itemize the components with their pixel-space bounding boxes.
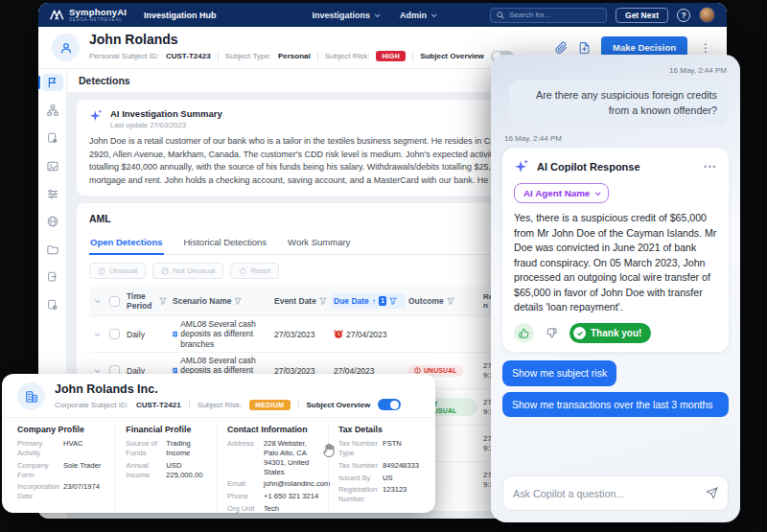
section-title: Financial Profile	[126, 425, 209, 434]
filter-icon[interactable]	[159, 297, 167, 305]
paperclip-icon[interactable]	[555, 41, 568, 55]
cell-due-date: 27/04/2023	[331, 327, 406, 341]
due-date-text: 27/04/2023	[346, 330, 387, 339]
copilot-question-input[interactable]	[513, 488, 700, 499]
globe-icon[interactable]	[42, 213, 63, 230]
field-value: 23/07/1974	[63, 482, 100, 501]
message-timestamp: 16 May, 2:44 PM	[669, 66, 727, 75]
row-checkbox[interactable]	[109, 329, 120, 339]
message-timestamp: 16 May, 2:44 PM	[504, 134, 562, 143]
col-scenario-name: Scenario Name	[173, 296, 231, 306]
thank-you-label: Thank you!	[591, 328, 641, 338]
attach-file-icon[interactable]	[578, 41, 591, 55]
thank-you-button[interactable]: Thank you!	[569, 323, 651, 343]
subject-overview-label: Subject Overview	[420, 52, 484, 60]
field-label: Registration Number	[338, 485, 383, 504]
corporate-overview-toggle[interactable]	[378, 399, 401, 410]
hierarchy-icon[interactable]	[42, 102, 63, 119]
suggestion-chip[interactable]: Show me subject risk	[502, 360, 616, 385]
field-value: Trading Income	[166, 439, 209, 458]
tab-open-detections[interactable]: Open Detections	[89, 233, 164, 255]
adjustments-icon[interactable]	[42, 185, 63, 202]
user-avatar[interactable]	[699, 7, 715, 23]
chevron-down-icon	[375, 12, 381, 17]
corporate-id-value: CUST-T2421	[136, 401, 181, 409]
reset-icon	[239, 267, 246, 275]
symphonyai-logo[interactable]: SymphonyAI SENSA-NETREVEAL	[50, 8, 127, 23]
subject-type-value: Personal	[278, 52, 311, 60]
field-label: Email	[227, 479, 264, 489]
ai-card-title: AI Copilot Response	[537, 161, 640, 173]
filter-icon[interactable]	[319, 297, 327, 305]
field-value: US	[383, 474, 393, 483]
overdue-alarm-icon	[334, 329, 343, 339]
field-value: HVAC	[63, 439, 83, 458]
file-export-icon[interactable]	[42, 268, 63, 286]
kebab-menu-icon[interactable]: ⋮	[698, 41, 713, 55]
thumbs-up-button[interactable]	[514, 323, 534, 343]
file-check-icon[interactable]	[42, 296, 63, 313]
unusual-button[interactable]: Unusual	[89, 263, 146, 279]
menu-admin[interactable]: Admin	[400, 11, 435, 20]
section-title: Contact Information	[227, 425, 320, 434]
image-icon[interactable]	[42, 157, 63, 174]
field-label: Primary Activity	[17, 439, 63, 458]
company-profile-section: Company Profile Primary ActivityHVAC Com…	[17, 425, 115, 513]
menu-investigations[interactable]: Investigations	[313, 11, 380, 20]
ellipsis-menu-icon[interactable]: •••	[704, 162, 717, 172]
not-unusual-button[interactable]: Not Unusual	[152, 263, 223, 279]
copilot-input-bar[interactable]	[502, 475, 729, 511]
field-value: Tech	[264, 504, 279, 513]
filter-icon[interactable]	[389, 297, 397, 305]
building-avatar	[17, 382, 45, 410]
divider	[317, 52, 318, 61]
tab-historical-detections[interactable]: Historical Detections	[183, 233, 268, 254]
chevron-down-icon[interactable]	[95, 297, 101, 303]
reset-button[interactable]: Reset	[230, 263, 279, 279]
agent-selector[interactable]: AI Agent Name	[514, 183, 609, 203]
menu-admin-label: Admin	[400, 11, 427, 20]
field-value: 228 Webster, Palo Alto, CA 94301, United…	[264, 439, 320, 476]
field-value: 123123	[383, 485, 407, 504]
document-icon[interactable]	[173, 328, 177, 340]
ai-response-card: AI Copilot Response ••• AI Agent Name Ye…	[502, 148, 729, 352]
alert-circle-icon	[98, 267, 105, 275]
field-label: Tax Number Type	[338, 439, 383, 458]
get-next-button[interactable]: Get Next	[616, 8, 668, 23]
chevron-down-icon[interactable]	[95, 331, 101, 336]
select-all-checkbox[interactable]	[109, 296, 120, 307]
cell-time-period: Daily	[124, 328, 170, 341]
top-navigation: SymphonyAI SENSA-NETREVEAL Investigation…	[38, 3, 727, 27]
col-due-date: Due Date	[334, 296, 369, 306]
global-search[interactable]	[490, 8, 607, 23]
file-settings-icon[interactable]	[42, 129, 63, 147]
cell-outcome	[406, 333, 480, 336]
sparkle-icon	[89, 108, 104, 123]
filter-icon[interactable]	[447, 297, 454, 305]
suggestion-chip[interactable]: Show me transactions over the last 3 mon…	[502, 392, 729, 417]
help-icon[interactable]: ?	[677, 9, 690, 22]
thumbs-down-button[interactable]	[542, 323, 562, 343]
field-value: 849248333	[383, 461, 419, 471]
corporate-risk-label: Subject Risk:	[198, 401, 243, 409]
search-input[interactable]	[509, 11, 595, 19]
filter-icon[interactable]	[234, 297, 242, 305]
scenario-text: AML08 Several cash deposits as different…	[180, 319, 268, 350]
field-value: +1 650 321 3214	[264, 492, 318, 501]
risk-badge-medium: MEDIUM	[249, 400, 290, 410]
tab-work-summary[interactable]: Work Summary	[287, 233, 351, 254]
send-icon[interactable]	[706, 487, 718, 499]
search-icon	[497, 12, 504, 19]
chevron-down-icon[interactable]	[95, 367, 101, 373]
divider	[218, 52, 219, 61]
unusual-button-label: Unusual	[109, 266, 137, 275]
flag-icon[interactable]	[42, 74, 63, 91]
ai-summary-updated: Last update 27/03/2023	[110, 121, 222, 129]
thumbs-up-icon	[519, 328, 529, 338]
ai-copilot-panel: 16 May, 2:44 PM Are there any suspicious…	[491, 55, 740, 522]
person-avatar	[52, 34, 80, 61]
field-label: Incorporation Date	[17, 482, 63, 501]
sort-asc-icon[interactable]: ↑	[372, 297, 376, 306]
contact-information-section: Contact Information Address228 Webster, …	[217, 425, 328, 513]
folder-icon[interactable]	[42, 241, 63, 258]
